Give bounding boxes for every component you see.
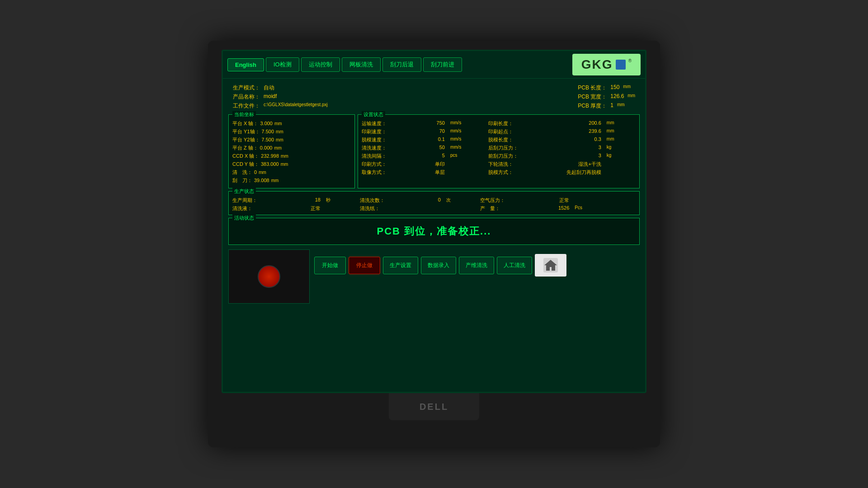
ps-value-2: 0	[414, 197, 441, 204]
coord-unit-1: mm	[276, 129, 283, 134]
ps-label-5: 产 量：	[480, 205, 529, 212]
ds-value-2: 0.1	[413, 136, 444, 143]
ds-value-10: 3	[545, 145, 601, 151]
ds-label-10: 后刮刀压力：	[488, 145, 539, 151]
prod-settings-button[interactable]: 生产设置	[383, 257, 418, 274]
logo-icon	[616, 60, 626, 70]
pcb-thickness-item: PCB 厚度： 1 mm	[578, 102, 635, 110]
prod-clean-button[interactable]: 产维清洗	[459, 257, 494, 274]
logo-registered: ®	[628, 58, 632, 63]
tab-motion[interactable]: 运动控制	[301, 57, 340, 72]
ps-label-1: 清洗液：	[232, 205, 281, 212]
activity-status-title: 活动状态	[232, 215, 256, 221]
ds-unit-11: kg	[607, 153, 636, 160]
ps-value-5: 1526	[534, 205, 569, 212]
bottom-area: 开始做 停止做 生产设置 数据录入 产维清洗 人工清洗	[228, 248, 640, 305]
file-item: 工作文件： c:\GGLXS\dataletgestletgest.pxj	[233, 102, 328, 110]
tab-clean[interactable]: 网板清洗	[342, 57, 381, 72]
screen: English IO检测 运动控制 网板清洗 刮刀后退 刮刀前进 GKG ® 生…	[222, 50, 646, 393]
ps-label-2: 清洗次数：	[360, 197, 409, 204]
main-content: 生产模式： 自动 产品名称： moidf 工作文件： c:\GGLXS\data…	[223, 79, 645, 392]
nav-bar: English IO检测 运动控制 网板清洗 刮刀后退 刮刀前进 GKG ®	[223, 51, 645, 79]
tab-english[interactable]: English	[227, 58, 264, 71]
ds-unit-8: mm	[607, 128, 636, 135]
ds-value-11: 3	[545, 153, 601, 160]
mode-value: 自动	[264, 84, 274, 92]
ps-unit-3	[446, 205, 475, 212]
ds-unit-1: mm/s	[450, 128, 483, 135]
coord-unit-4: mm	[281, 154, 288, 159]
ps-value-3	[414, 205, 441, 212]
pcb-width-label: PCB 宽度：	[578, 93, 607, 101]
pcb-width-value: 126.6	[610, 93, 624, 101]
ds-label-13: 脱模方式：	[488, 169, 539, 176]
coord-value-5: 383.000	[261, 161, 279, 167]
coord-label-6: 清 洗：	[232, 169, 252, 176]
tab-blade-back[interactable]: 刮刀后退	[382, 57, 421, 72]
ps-value-1: 正常	[287, 205, 321, 212]
coord-unit-6: mm	[259, 170, 266, 175]
activity-status-section: 活动状态 PCB 到位，准备校正...	[228, 218, 640, 245]
mode-label: 生产模式：	[233, 84, 260, 92]
coord-unit-7: mm	[271, 178, 279, 183]
ps-unit-1	[326, 205, 354, 212]
ds-unit-10: kg	[607, 145, 636, 151]
pcb-width-unit: mm	[627, 93, 635, 101]
ds-value-13: 先起刮刀再脱模	[545, 169, 601, 176]
device-status-title: 设置状态	[362, 111, 385, 118]
ps-unit-4	[575, 197, 606, 204]
data-input-button[interactable]: 数据录入	[421, 257, 456, 274]
ps-unit-2: 次	[446, 197, 475, 204]
pcb-thickness-unit: mm	[617, 102, 625, 110]
mode-item: 生产模式： 自动	[233, 84, 328, 92]
coord-value-3: 0.000	[260, 145, 273, 150]
ds-unit-2: mm/s	[450, 136, 483, 143]
production-status-section: 生产状态 生产周期： 18 秒 清洗次数： 0 次 空气压力： 正常 清洗液： …	[228, 191, 640, 215]
logo-text: GKG	[581, 57, 613, 72]
coord-unit-2: mm	[276, 137, 283, 142]
ds-unit-6	[450, 169, 483, 176]
ps-label-4: 空气压力：	[480, 197, 529, 204]
ps-label-0: 生产周期：	[232, 197, 281, 204]
ds-label-12: 下轮清洗：	[488, 161, 539, 168]
ds-value-7: 200.6	[545, 120, 601, 127]
coords-status-row: 当前坐标 平台 X 轴： 3.000 mm 平台 Y1轴： 7.500 mm	[228, 114, 640, 188]
ds-unit-9: mm	[607, 136, 636, 143]
icon-button[interactable]	[535, 254, 566, 277]
tab-blade-fwd[interactable]: 刮刀前进	[423, 57, 462, 72]
ds-value-1: 70	[413, 128, 444, 135]
coord-value-6: 0	[254, 169, 257, 175]
pcb-length-label: PCB 长度：	[578, 84, 607, 92]
activity-text: PCB 到位，准备校正...	[232, 221, 636, 242]
ds-label-6: 取像方式：	[362, 169, 408, 176]
ds-label-8: 印刷起点：	[488, 128, 539, 135]
ds-unit-0: mm/s	[450, 120, 483, 127]
ds-label-0: 运输速度：	[362, 120, 408, 127]
monitor: English IO检测 运动控制 网板清洗 刮刀后退 刮刀前进 GKG ® 生…	[208, 41, 660, 447]
start-button[interactable]: 开始做	[314, 257, 346, 274]
name-label: 产品名称：	[233, 93, 260, 101]
coord-label-5: CCD Y 轴：	[232, 161, 259, 168]
ds-value-0: 750	[413, 120, 444, 127]
ds-label-1: 印刷速度：	[362, 128, 408, 135]
ds-value-8: 239.6	[545, 128, 601, 135]
ps-unit-5: Pcs	[575, 205, 606, 212]
coord-value-4: 232.998	[261, 153, 279, 159]
coords-title: 当前坐标	[232, 111, 256, 118]
ds-unit-13	[607, 169, 636, 176]
tab-io[interactable]: IO检测	[266, 57, 299, 72]
coord-value-7: 39.008	[254, 178, 269, 183]
product-info-right: PCB 长度： 150 mm PCB 宽度： 126.6 mm PCB 厚度： …	[578, 84, 635, 110]
file-value: c:\GGLXS\dataletgestletgest.pxj	[264, 102, 328, 110]
stop-button[interactable]: 停止做	[349, 257, 380, 274]
coord-value-1: 7.500	[262, 129, 274, 134]
ds-label-9: 脱模长度：	[488, 136, 539, 143]
coord-unit-3: mm	[274, 145, 282, 150]
pcb-length-item: PCB 长度： 150 mm	[578, 84, 635, 92]
ds-unit-12	[607, 161, 636, 168]
manual-clean-button[interactable]: 人工清洗	[497, 257, 532, 274]
ds-value-3: 50	[413, 145, 444, 151]
ps-label-3: 清洗纸：	[360, 205, 409, 212]
ds-value-4: 5	[413, 153, 444, 160]
logo-area: GKG ®	[572, 54, 641, 75]
